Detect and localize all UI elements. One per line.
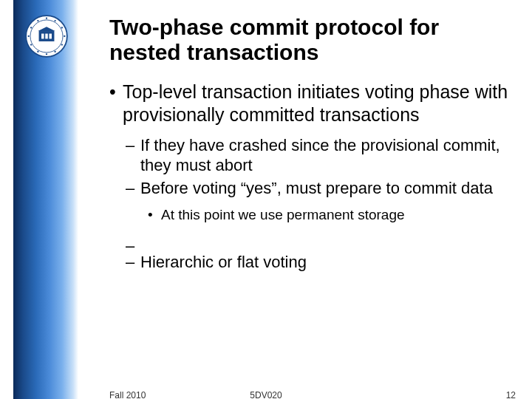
svg-point-9 xyxy=(37,51,38,52)
bullet-text: Before voting “yes”, must prepare to com… xyxy=(140,179,493,197)
list-item: Top-level transaction initiates voting p… xyxy=(123,81,511,273)
footer-page-number: 12 xyxy=(506,390,516,399)
svg-point-6 xyxy=(61,44,63,45)
svg-rect-17 xyxy=(45,34,47,39)
bullet-text: If they have crashed since the provision… xyxy=(140,136,500,174)
svg-point-8 xyxy=(46,53,47,55)
bullet-text: At this point we use permanent storage xyxy=(161,207,405,222)
svg-point-4 xyxy=(61,27,63,28)
umea-university-seal-icon xyxy=(25,15,68,58)
list-item: Before voting “yes”, must prepare to com… xyxy=(140,179,511,224)
footer-center: 5DV020 xyxy=(0,390,532,399)
svg-point-3 xyxy=(54,20,55,21)
svg-point-2 xyxy=(46,17,47,18)
svg-point-10 xyxy=(30,44,32,45)
bullet-text: Top-level transaction initiates voting p… xyxy=(123,81,508,125)
list-item: Hierarchic or flat voting xyxy=(140,253,511,273)
slide: Two-phase commit protocol for nested tra… xyxy=(0,0,532,399)
list-item: At this point we use permanent storage xyxy=(161,206,511,224)
bullet-list-level2: If they have crashed since the provision… xyxy=(123,136,511,273)
bullet-list-level1: Top-level transaction initiates voting p… xyxy=(109,81,511,273)
bullet-text: Hierarchic or flat voting xyxy=(140,253,307,271)
svg-rect-18 xyxy=(49,34,51,39)
svg-point-12 xyxy=(30,27,32,28)
spacer xyxy=(140,236,511,250)
svg-point-7 xyxy=(54,51,55,52)
svg-rect-16 xyxy=(41,34,44,39)
bullet-list-level3: At this point we use permanent storage xyxy=(140,206,511,224)
list-item: If they have crashed since the provision… xyxy=(140,136,511,176)
svg-point-5 xyxy=(64,35,65,37)
slide-content: Two-phase commit protocol for nested tra… xyxy=(109,15,511,283)
side-gradient-strip xyxy=(13,0,78,399)
svg-point-11 xyxy=(27,35,29,37)
svg-point-13 xyxy=(37,20,38,21)
slide-title: Two-phase commit protocol for nested tra… xyxy=(109,15,511,64)
